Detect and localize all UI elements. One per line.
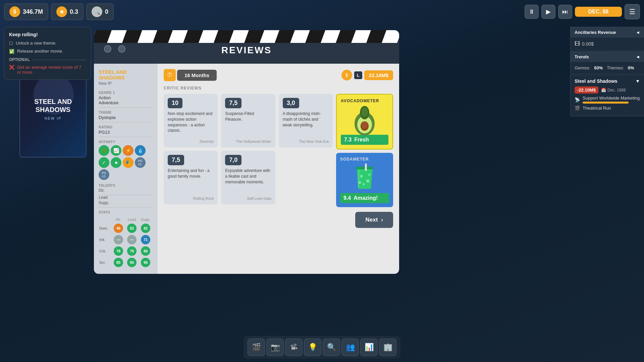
movie-info-left: STEEL AND SHADOWS New IP GENRE 1 Action … <box>94 64 158 274</box>
review-text-5: Enjoyable adventure with a likable cast … <box>225 168 271 194</box>
soda-title: SODAMETER <box>340 157 389 162</box>
reviews-top-row: 10 Non-stop excitement and explosive act… <box>164 94 333 147</box>
ss-title-text: Steel and Shadows <box>575 78 618 84</box>
play-button[interactable]: ▶ <box>541 5 555 19</box>
search-value: 0 <box>105 8 108 15</box>
review-source-1: Diversity <box>168 139 214 143</box>
date-badge: DEC. 88 <box>575 7 622 17</box>
top-bar: $ 346.7M ★ 0.3 🔍 0 ⏸ ▶ ⏭ DEC. 88 ☰ <box>0 0 644 23</box>
movie-panel: STEEL AND SHADOWS New IP GENRE 1 Action … <box>94 64 399 274</box>
optional-task-text: Get an average review score of 7 or more… <box>17 65 86 75</box>
next-button[interactable]: Next › <box>355 212 393 228</box>
review-score-3: 3,0 <box>283 98 299 108</box>
marketing-progress-bar <box>583 102 629 104</box>
search-stat: 🔍 0 <box>86 3 114 20</box>
taskbar-stats-button[interactable]: 📊 <box>360 339 378 356</box>
stat-crit-supp: 86 <box>141 246 150 256</box>
stat-crit-lead: 76 <box>127 246 137 256</box>
taskbar-building-button[interactable]: 🏢 <box>379 339 396 356</box>
taskbar-film-button[interactable]: 🎬 <box>248 339 265 356</box>
stat-row-scr: Scr. 85 95 96 <box>99 257 152 268</box>
next-arrow-icon: › <box>381 217 383 223</box>
rating-value: PG13 <box>99 130 153 137</box>
soda-score: 9.4 <box>343 195 351 201</box>
rating-label: RATING <box>99 125 153 129</box>
genre-label: GENRE 1 <box>99 90 153 95</box>
playback-controls: ⏸ ▶ ⏭ DEC. 88 ☰ <box>525 4 640 19</box>
aff-icon-8: PG13 <box>135 157 146 168</box>
stat-scr-supp: 96 <box>141 258 150 267</box>
checkbox-1[interactable]: ☐ <box>9 41 13 46</box>
review-score-2: 7,5 <box>225 98 241 108</box>
stat-dom-label: Dom. <box>99 223 111 234</box>
theatrical-label: Theatrical Run <box>583 106 640 111</box>
trends-collapse-icon[interactable]: ◄ <box>636 54 640 59</box>
svg-point-10 <box>368 174 370 176</box>
ancillaries-value: 🎞 0.00$ <box>575 41 640 47</box>
fast-forward-button[interactable]: ⏭ <box>558 5 572 19</box>
svg-point-9 <box>363 183 365 185</box>
stat-intl-lead: — <box>127 235 137 244</box>
trends-row: Genres: 93% Themes: 0% <box>575 65 640 70</box>
stat-dom-lead: 82 <box>127 224 137 233</box>
ss-expand-icon[interactable]: ▼ <box>635 78 640 84</box>
marketing-icon: 📡 <box>575 97 580 102</box>
ss-neg-value: -22.10M$ <box>575 86 598 94</box>
taskbar-people-button[interactable]: 👥 <box>341 339 359 356</box>
taskbar-search-button[interactable]: 🔍 <box>323 339 340 356</box>
review-card-4: 7,5 Entertaining and fun - a good family… <box>164 151 218 204</box>
steel-shadows-section: Steel and Shadows ▼ -22.10M$ 📅 Dec. 1988… <box>570 75 644 116</box>
reviews-main-area: 10 Non-stop excitement and explosive act… <box>164 94 393 207</box>
task-item-1: ☐ Unlock a new theme. <box>9 41 86 46</box>
modal-title: REVIEWS <box>221 45 272 56</box>
stat-intl-label: Intl. <box>99 234 111 245</box>
ancillaries-header: Ancillaries Revenue ◄ <box>571 27 644 38</box>
trends-header: Trends ◄ <box>571 52 644 62</box>
avocado-score: 7.3 <box>344 137 352 143</box>
aff-icon-2: 📈 <box>111 145 121 156</box>
clapperboard-top: REVIEWS <box>94 30 399 64</box>
svg-point-8 <box>366 179 369 182</box>
svg-rect-13 <box>365 164 367 171</box>
review-source-5: Self-Love Gala <box>225 196 271 200</box>
review-card-2: 7,5 Suspense-Filled Pleasure. The Hollyw… <box>221 94 275 147</box>
stats-col-lead: Lead <box>125 217 138 222</box>
review-text-3: A disappointing mish-mash of clichés and… <box>283 111 329 137</box>
ancillaries-collapse-icon[interactable]: ◄ <box>636 30 640 35</box>
reviews-bottom-row: 7,5 Entertaining and fun - a good family… <box>164 151 333 204</box>
cost-value: 22.10M$ <box>364 70 393 80</box>
checkbox-2[interactable]: ✅ <box>9 49 14 54</box>
money-stat: $ 346.7M <box>4 3 48 20</box>
review-score-4: 7,5 <box>168 155 184 165</box>
clapper-dots <box>104 45 125 53</box>
ss-stat-row: -22.10M$ 📅 Dec. 1988 <box>575 86 640 94</box>
notification-panel: Keep rolling! ☐ Unlock a new theme. ✅ Re… <box>4 27 91 80</box>
aff-icon-5: ✓ <box>99 157 109 168</box>
aff-icon-6: ★ <box>111 157 121 168</box>
taskbar-camera-button[interactable]: 📷 <box>266 339 284 356</box>
stat-row-dom: Dom. 46 82 82 <box>99 223 152 234</box>
menu-button[interactable]: ☰ <box>625 4 640 19</box>
taskbar-projector-button[interactable]: 📽 <box>285 339 303 356</box>
pause-button[interactable]: ⏸ <box>525 5 539 19</box>
reviews-grid-area: 10 Non-stop excitement and explosive act… <box>164 94 333 207</box>
review-text-4: Entertaining and fun - a good family mov… <box>168 168 214 194</box>
review-card-3: 3,0 A disappointing mish-mash of clichés… <box>279 94 333 147</box>
stat-dom-supp: 82 <box>141 224 150 233</box>
stars-value: 0.3 <box>70 8 78 15</box>
stat-scr-label: Scr. <box>99 257 111 268</box>
time-icon: ⏱ <box>164 69 176 81</box>
avocadometer: AVOCADOMETER <box>336 94 393 149</box>
next-label: Next <box>365 217 378 223</box>
movie-title: STEEL AND SHADOWS <box>99 69 153 80</box>
talents-label: TALENTS <box>99 183 153 187</box>
taskbar-idea-button[interactable]: 💡 <box>304 339 321 356</box>
ss-title-row: Steel and Shadows ▼ <box>575 78 640 84</box>
ancillaries-section: Ancillaries Revenue ◄ 🎞 0.00$ <box>570 27 644 51</box>
review-score-1: 10 <box>168 98 182 108</box>
task-label-1: Unlock a new theme. <box>16 41 56 46</box>
svg-point-7 <box>360 175 363 178</box>
soda-svg <box>353 164 376 192</box>
money-value: 346.7M <box>23 8 43 15</box>
panel-title: Keep rolling! <box>9 32 86 37</box>
